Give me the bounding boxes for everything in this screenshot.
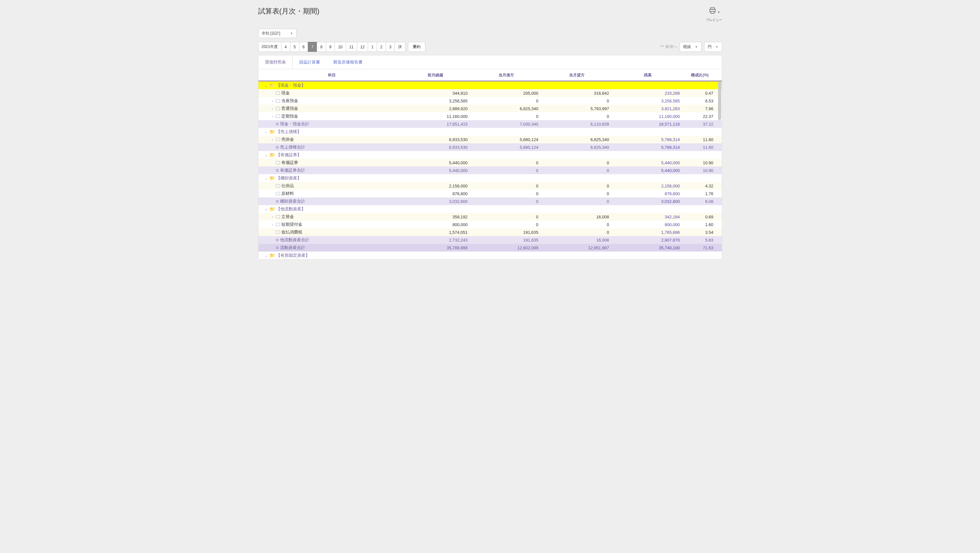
- chevron-right-icon[interactable]: ›: [271, 107, 275, 110]
- table-row[interactable]: ›定期預金11,160,0000011,160,00022.37: [258, 113, 722, 120]
- month-button-10[interactable]: 10: [334, 42, 346, 52]
- month-button-8[interactable]: 8: [317, 42, 326, 52]
- row-label: 売上債権合計: [280, 144, 305, 150]
- table-row[interactable]: ⌄📁【他流動資産】: [258, 205, 722, 213]
- cell-value: 0: [542, 99, 612, 103]
- fiscal-year-button[interactable]: 2021年度: [258, 42, 282, 52]
- table-row[interactable]: ⌄📁【売上債権】: [258, 128, 722, 136]
- chevron-down-icon[interactable]: ⌄: [264, 153, 268, 157]
- table-row[interactable]: ›立替金358,192016,008342,1840.69: [258, 213, 722, 221]
- table-body[interactable]: ⌄📁【現金・預金】現金344,910205,000316,642233,2680…: [258, 81, 722, 259]
- chevron-down-icon[interactable]: ⌄: [264, 207, 268, 211]
- cell-value: 1.76: [684, 191, 716, 196]
- cell-value: 6.08: [684, 199, 716, 204]
- row-label: 売掛金: [282, 137, 294, 142]
- cell-value: 0: [471, 99, 541, 103]
- table-row[interactable]: ⧉売上債権合計6,933,5305,680,1246,825,3405,788,…: [258, 143, 722, 151]
- table-row[interactable]: ⧉現金・預金合計17,651,4157,030,3406,110,63918,5…: [258, 120, 722, 128]
- cell-value: 11.60: [684, 145, 716, 150]
- month-button-2[interactable]: 2: [377, 42, 386, 52]
- folder-icon: 📁: [269, 83, 275, 88]
- cell-value: 2,889,920: [401, 106, 471, 111]
- cell-value: 35,789,988: [401, 245, 471, 250]
- cell-value: 3,032,800: [613, 199, 682, 204]
- print-preview-button[interactable]: ▾ プレビュー: [706, 6, 722, 22]
- cell-value: 2,156,000: [613, 184, 682, 188]
- table-row[interactable]: 仕掛品2,156,000002,156,0004.32: [258, 182, 722, 190]
- chevron-right-icon[interactable]: ›: [271, 99, 275, 103]
- tab-貸借対照表[interactable]: 貸借対照表: [258, 56, 293, 69]
- tab-損益計算書[interactable]: 損益計算書: [293, 56, 327, 69]
- table-row[interactable]: ⧉有価証券合計5,440,000005,440,00010.90: [258, 167, 722, 174]
- summary-button[interactable]: 要約: [408, 42, 425, 52]
- cell-value: 10.90: [684, 160, 716, 165]
- month-button-12[interactable]: 12: [357, 42, 368, 52]
- month-button-5[interactable]: 5: [290, 42, 299, 52]
- table-row[interactable]: 仮払消費税1,574,051191,63501,765,6863.54: [258, 228, 722, 236]
- table-row[interactable]: 原材料876,80000876,8001.76: [258, 190, 722, 197]
- chevron-down-icon[interactable]: ⌄: [264, 130, 268, 133]
- table-row[interactable]: ⌄📁【棚卸資産】: [258, 174, 722, 182]
- month-button-4[interactable]: 4: [281, 42, 290, 52]
- company-selector[interactable]: 全社 [合計] ▼: [258, 29, 297, 38]
- account-icon: [276, 99, 280, 102]
- cell-value: 233,268: [613, 91, 682, 96]
- row-label: 原材料: [282, 191, 294, 197]
- cell-value: 5,680,124: [471, 137, 541, 142]
- row-label: 【現金・預金】: [276, 83, 305, 88]
- table-row[interactable]: ⧉棚卸資産合計3,032,800003,032,8006.08: [258, 197, 722, 205]
- chevron-right-icon[interactable]: ›: [271, 138, 275, 141]
- table-row[interactable]: ›当座預金3,256,585003,256,5856.53: [258, 97, 722, 105]
- row-label: 【有価証券】: [276, 152, 301, 158]
- cell-value: 6,825,340: [542, 137, 612, 142]
- currency-selector[interactable]: 円 ▼: [704, 42, 722, 52]
- cell-value: 6.53: [684, 99, 716, 103]
- table-row[interactable]: ⌄📁【現金・預金】: [258, 81, 722, 89]
- table-row[interactable]: ⌄📁【有形固定資産】: [258, 251, 722, 259]
- month-button-9[interactable]: 9: [326, 42, 335, 52]
- table-row[interactable]: 有価証券5,440,000005,440,00010.90: [258, 159, 722, 167]
- tax-selector[interactable]: 税抜 ▼: [680, 42, 702, 52]
- table-row[interactable]: ⌄📁【有価証券】: [258, 151, 722, 159]
- month-button-1[interactable]: 1: [368, 42, 377, 52]
- row-label: 棚卸資産合計: [280, 199, 305, 204]
- chevron-right-icon[interactable]: ›: [271, 223, 275, 226]
- table-row[interactable]: ⧉流動資産合計35,789,98812,902,09912,951,98735,…: [258, 244, 722, 251]
- folder-icon: 📁: [269, 153, 275, 157]
- month-button-決[interactable]: 決: [395, 42, 406, 52]
- chevron-down-icon[interactable]: ⌄: [264, 254, 268, 257]
- caret-down-icon: ▼: [716, 45, 719, 49]
- row-label: 普通預金: [282, 106, 298, 111]
- chevron-down-icon[interactable]: ⌄: [264, 84, 268, 87]
- cell-value: 6,825,340: [471, 106, 541, 111]
- sum-icon: ⧉: [276, 238, 279, 242]
- cell-value: 6,933,530: [401, 137, 471, 142]
- cell-value: 5,440,000: [613, 160, 682, 165]
- report-tabs: 貸借対照表損益計算書製造原価報告書: [258, 56, 722, 69]
- table-row[interactable]: ›売掛金6,933,5305,680,1246,825,3405,788,314…: [258, 136, 722, 143]
- row-label: 定期預金: [282, 113, 298, 119]
- chevron-right-icon[interactable]: ›: [271, 114, 275, 118]
- cell-value: 3,921,263: [613, 106, 682, 111]
- table-row[interactable]: ⧉他流動資産合計2,732,243191,63516,0082,907,8705…: [258, 236, 722, 244]
- cell-value: 342,184: [613, 215, 682, 219]
- account-icon: [276, 114, 280, 118]
- cell-value: 316,642: [542, 91, 612, 96]
- tab-製造原価報告書[interactable]: 製造原価報告書: [327, 56, 369, 69]
- chevron-down-icon[interactable]: ⌄: [264, 176, 268, 180]
- month-button-11[interactable]: 11: [346, 42, 357, 52]
- folder-icon: 📁: [269, 176, 275, 181]
- cell-value: 0: [542, 114, 612, 119]
- month-button-3[interactable]: 3: [386, 42, 395, 52]
- month-button-7[interactable]: 7: [308, 42, 317, 52]
- cell-value: 191,635: [471, 230, 541, 235]
- month-button-6[interactable]: 6: [299, 42, 309, 52]
- row-label: 【売上債権】: [276, 129, 301, 135]
- table-row[interactable]: 現金344,910205,000316,642233,2680.47: [258, 89, 722, 97]
- table-row[interactable]: ›短期貸付金800,00000800,0001.60: [258, 221, 722, 228]
- row-label: 他流動資産合計: [280, 237, 309, 243]
- table-row[interactable]: ›普通預金2,889,9206,825,3405,793,9973,921,26…: [258, 105, 722, 113]
- chevron-right-icon[interactable]: ›: [271, 215, 275, 219]
- scrollbar[interactable]: [718, 81, 721, 120]
- cell-value: 3,032,800: [401, 199, 471, 204]
